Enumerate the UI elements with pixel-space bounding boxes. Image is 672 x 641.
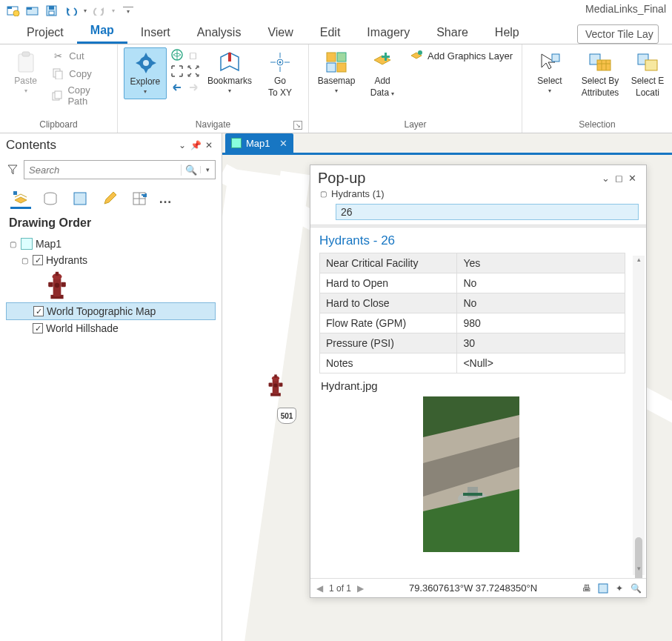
contents-search-input[interactable] bbox=[24, 165, 181, 176]
tab-map[interactable]: Map bbox=[77, 19, 127, 44]
qat-redo-icon[interactable] bbox=[90, 2, 108, 19]
pane-options-icon[interactable]: ⌄ bbox=[176, 140, 189, 150]
collapse-icon[interactable]: ▢ bbox=[7, 240, 18, 248]
tree-layer-world-hillshade[interactable]: ✓ World Hillshade bbox=[6, 320, 216, 336]
toc-tab-drawing-order[interactable] bbox=[10, 188, 31, 209]
toc-section-heading: Drawing Order bbox=[0, 212, 222, 234]
scroll-down-icon[interactable]: ▾ bbox=[633, 565, 645, 575]
table-row: Hard to CloseNo bbox=[320, 293, 625, 313]
tab-share[interactable]: Share bbox=[423, 21, 482, 44]
toc-tab-snapping[interactable] bbox=[129, 188, 150, 209]
next-record-icon[interactable]: ▶ bbox=[356, 583, 365, 594]
zoom-to-selection-icon[interactable] bbox=[170, 64, 184, 79]
qat-open-project-icon[interactable] bbox=[24, 2, 41, 19]
tree-layer-world-topographic[interactable]: ✓ World Topographic Map bbox=[6, 302, 216, 320]
previous-extent-icon[interactable] bbox=[170, 80, 184, 95]
ribbon-command-search[interactable]: Vector Tile Lay bbox=[577, 24, 659, 44]
paste-button[interactable]: Paste ▾ bbox=[6, 47, 45, 98]
navigate-launcher-icon[interactable]: ↘ bbox=[293, 121, 302, 130]
tab-insert[interactable]: Insert bbox=[127, 21, 184, 44]
paste-label: Paste bbox=[14, 76, 37, 86]
map-canvas[interactable]: Map1 ✕ 501 Pop-up ⌄ ◻ ✕ ▢ Hydrants (1) bbox=[222, 133, 672, 641]
fixed-zoom-out-icon[interactable] bbox=[186, 64, 201, 79]
bookmarks-button[interactable]: Bookmarks ▾ bbox=[204, 47, 256, 98]
svg-rect-33 bbox=[327, 63, 336, 72]
flash-icon[interactable]: ✦ bbox=[613, 582, 625, 594]
project-title: MediaLinks_Final bbox=[585, 3, 666, 15]
toc-tab-data-source[interactable] bbox=[40, 188, 61, 209]
add-graphics-layer-button[interactable]: Add Graphics Layer bbox=[407, 47, 516, 64]
fixed-zoom-in-icon[interactable]: ◻ bbox=[186, 47, 201, 62]
select-feature-icon[interactable] bbox=[597, 582, 609, 594]
cut-button: ✂Cut bbox=[48, 47, 111, 64]
collapse-icon[interactable]: ▢ bbox=[19, 256, 30, 265]
prev-record-icon[interactable]: ◀ bbox=[315, 583, 325, 594]
popup-feature-heading: Hydrants - 26 bbox=[310, 227, 646, 253]
layer-visibility-checkbox[interactable]: ✓ bbox=[33, 306, 44, 316]
layer-symbol-hydrant[interactable] bbox=[46, 268, 68, 302]
copy-button: Copy bbox=[48, 65, 111, 82]
popup-selected-feature[interactable]: 26 bbox=[336, 204, 639, 220]
layer-visibility-checkbox[interactable]: ✓ bbox=[33, 255, 43, 265]
svg-rect-34 bbox=[337, 63, 346, 72]
qat-undo-dropdown[interactable]: ▾ bbox=[81, 7, 89, 14]
search-dropdown-icon[interactable]: ▾ bbox=[200, 166, 215, 173]
close-icon[interactable]: ✕ bbox=[202, 140, 216, 150]
popup-layer-row[interactable]: ▢ Hydrants (1) bbox=[318, 188, 639, 199]
svg-rect-20 bbox=[55, 91, 61, 99]
next-extent-icon[interactable] bbox=[186, 80, 201, 95]
add-data-button[interactable]: Add Data ▾ bbox=[361, 47, 404, 102]
close-icon[interactable]: ✕ bbox=[625, 173, 639, 184]
tree-layer-hydrants[interactable]: ▢ ✓ Hydrants bbox=[6, 252, 216, 268]
pin-icon[interactable]: 📌 bbox=[189, 140, 202, 150]
add-data-icon bbox=[370, 50, 394, 74]
qat-save-icon[interactable] bbox=[43, 2, 61, 19]
tab-view[interactable]: View bbox=[254, 21, 306, 44]
qat-customize-dropdown[interactable]: ▾ bbox=[123, 7, 133, 15]
toc-more-tabs[interactable]: … bbox=[159, 191, 173, 207]
chevron-down-icon: ▾ bbox=[335, 87, 338, 95]
pane-options-icon[interactable]: ⌄ bbox=[599, 173, 612, 184]
tab-help[interactable]: Help bbox=[482, 21, 533, 44]
route-shield: 501 bbox=[277, 408, 296, 424]
map-view-tab[interactable]: Map1 ✕ bbox=[225, 133, 293, 153]
tab-edit[interactable]: Edit bbox=[307, 21, 354, 44]
search-icon[interactable]: 🔍 bbox=[181, 165, 200, 176]
tab-imagery[interactable]: Imagery bbox=[353, 21, 423, 44]
toc-tab-editing[interactable] bbox=[99, 188, 120, 209]
tab-project[interactable]: Project bbox=[13, 21, 77, 44]
scissors-icon: ✂ bbox=[51, 49, 64, 62]
copy-path-button: Copy Path bbox=[48, 83, 111, 108]
attachment-image[interactable] bbox=[423, 396, 519, 552]
select-by-location-button[interactable]: Select E Locati bbox=[629, 47, 666, 102]
filter-icon[interactable] bbox=[6, 162, 19, 178]
qat-undo-icon[interactable] bbox=[62, 2, 80, 19]
scroll-up-icon[interactable]: ▴ bbox=[633, 256, 645, 266]
basemap-button[interactable]: Basemap ▾ bbox=[315, 47, 358, 98]
layer-visibility-checkbox[interactable]: ✓ bbox=[33, 323, 43, 333]
dock-icon[interactable]: ◻ bbox=[612, 173, 625, 184]
explore-button[interactable]: Explore ▾ bbox=[124, 47, 167, 99]
qat-new-project-icon[interactable] bbox=[4, 2, 22, 19]
close-icon[interactable]: ✕ bbox=[279, 138, 287, 149]
explore-icon bbox=[133, 51, 157, 75]
tree-map-node[interactable]: ▢ Map1 bbox=[6, 236, 216, 252]
popup-panel: Pop-up ⌄ ◻ ✕ ▢ Hydrants (1) 26 Hydrants … bbox=[310, 165, 647, 598]
qat-redo-dropdown[interactable]: ▾ bbox=[110, 7, 117, 14]
svg-point-37 bbox=[418, 50, 422, 55]
toc-tab-selection[interactable] bbox=[70, 188, 90, 209]
full-extent-icon[interactable] bbox=[170, 47, 184, 62]
group-label-layer: Layer bbox=[315, 118, 516, 131]
go-to-xy-button[interactable]: Go To XY bbox=[259, 47, 302, 102]
collapse-icon[interactable]: ▢ bbox=[318, 190, 328, 198]
select-by-attributes-button[interactable]: Select By Attributes bbox=[574, 47, 626, 102]
select-button[interactable]: Select ▾ bbox=[528, 47, 571, 98]
zoom-to-icon[interactable]: 🔍 bbox=[630, 582, 642, 594]
explore-label: Explore bbox=[130, 76, 161, 87]
popup-scrollbar[interactable]: ▴ ▾ bbox=[633, 256, 645, 575]
svg-rect-11 bbox=[27, 7, 32, 10]
attribute-table: Near Critical FacilityYes Hard to OpenNo… bbox=[319, 253, 625, 373]
map-feature-hydrant[interactable] bbox=[267, 371, 285, 400]
print-icon[interactable]: 🖶 bbox=[581, 582, 593, 594]
tab-analysis[interactable]: Analysis bbox=[184, 21, 255, 44]
